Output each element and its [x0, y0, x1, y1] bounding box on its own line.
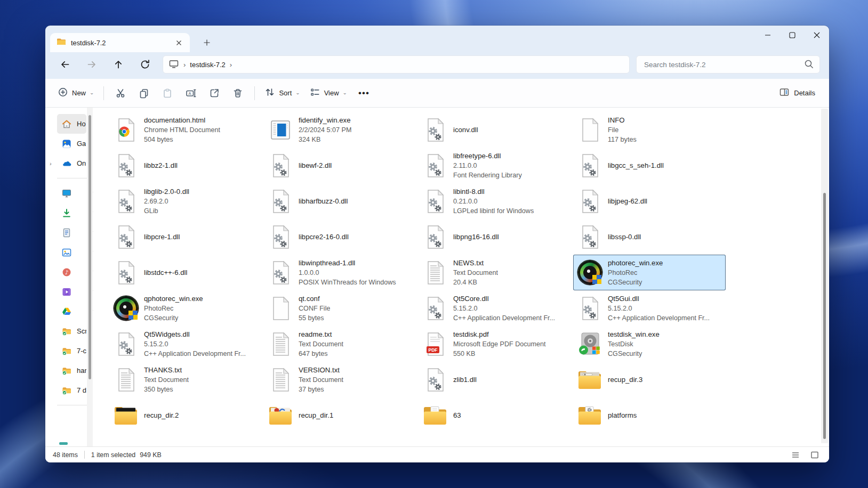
rename-button[interactable]: A	[181, 84, 201, 103]
file-item-libwinpthread-1-dll[interactable]: libwinpthread-1.dll 1.0.0.0 POSIX WinThr…	[264, 255, 416, 290]
file-item-63[interactable]: 63	[419, 397, 571, 433]
file-explorer-window: testdisk-7.2 › testdisk-7.2 ›	[45, 26, 829, 462]
file-item-photorec-win-exe[interactable]: photorec_win.exe PhotoRec CGSecurity	[573, 255, 726, 290]
file-item-testdisk-pdf[interactable]: PDF testdisk.pdf Microsoft Edge PDF Docu…	[419, 326, 571, 362]
sidebar-item-folder-sync[interactable]: Scr	[57, 321, 86, 341]
sidebar-item-music[interactable]: ♪	[57, 262, 86, 282]
pictures-icon	[61, 247, 72, 258]
file-item-recup-dir-3[interactable]: recup_dir.3	[573, 362, 726, 397]
file-item-qt5gui-dll[interactable]: Qt5Gui.dll 5.15.2.0 C++ Application Deve…	[573, 290, 726, 326]
sidebar-item-desktop[interactable]	[57, 183, 86, 203]
sidebar-item-gdrive[interactable]	[57, 302, 86, 321]
share-button[interactable]	[204, 84, 224, 103]
paste-button[interactable]	[157, 84, 178, 103]
file-item-version-txt[interactable]: VERSION.txt Text Document 37 bytes	[264, 362, 416, 397]
file-item-qphotorec-win-exe[interactable]: qphotorec_win.exe PhotoRec CGSecurity	[109, 290, 262, 326]
sidebar-scrollbar-thumb[interactable]	[89, 115, 91, 379]
folder-sync-icon	[61, 365, 72, 376]
file-item-qt5core-dll[interactable]: Qt5Core.dll 5.15.2.0 C++ Application Dev…	[419, 290, 571, 326]
file-item-libjpeg-62-dll[interactable]: libjpeg-62.dll	[573, 183, 726, 219]
search-box[interactable]: Search testdisk-7.2	[636, 55, 820, 74]
forward-button[interactable]	[78, 55, 105, 74]
sidebar-item-documents[interactable]	[57, 223, 86, 242]
sort-button[interactable]: Sort ⌄	[260, 83, 304, 103]
file-item-libewf-2-dll[interactable]: libewf-2.dll	[264, 148, 416, 183]
sidebar-item-gallery[interactable]: Ga	[57, 134, 86, 153]
copy-button[interactable]	[134, 84, 154, 103]
breadcrumb-chevron-icon[interactable]: ›	[183, 61, 186, 69]
file-item-news-txt[interactable]: NEWS.txt Text Document 20.4 KB	[419, 255, 571, 290]
file-item-readme-txt[interactable]: readme.txt Text Document 647 bytes	[264, 326, 416, 362]
file-name: libewf-2.dll	[299, 160, 332, 170]
file-item-libbz2-1-dll[interactable]: libbz2-1.dll	[109, 148, 262, 183]
file-name: THANKS.txt	[144, 365, 189, 375]
sidebar-item-home[interactable]: Ho	[57, 114, 86, 134]
refresh-button[interactable]	[132, 55, 158, 74]
sidebar-item-pictures[interactable]	[57, 242, 86, 262]
new-button[interactable]: New ⌄	[53, 83, 99, 103]
view-button[interactable]: View ⌄	[305, 83, 352, 103]
file-item-libfreetype-6-dll[interactable]: libfreetype-6.dll 2.11.0.0 Font Renderin…	[419, 148, 571, 183]
file-detail-line: 550 KB	[453, 349, 546, 359]
cut-button[interactable]	[110, 84, 131, 103]
file-name: 63	[453, 410, 461, 420]
file-item-platforms[interactable]: platforms	[573, 397, 726, 433]
dll-icon	[112, 188, 139, 215]
file-item-libpcre-1-dll[interactable]: libpcre-1.dll	[109, 219, 262, 255]
file-item-info[interactable]: INFO File 117 bytes	[573, 112, 726, 148]
sidebar-item-label: har	[77, 367, 86, 375]
file-item-qt5widgets-dll[interactable]: Qt5Widgets.dll 5.15.2.0 C++ Application …	[109, 326, 262, 362]
file-item-documentation-html[interactable]: documentation.html Chrome HTML Document …	[109, 112, 262, 148]
file-item-zlib1-dll[interactable]: zlib1.dll	[419, 362, 571, 397]
chevron-right-icon[interactable]: ›	[50, 160, 52, 167]
sidebar-item-folder-sync[interactable]: 7 d	[57, 380, 86, 400]
this-pc-icon[interactable]	[168, 59, 179, 71]
details-pane-button[interactable]: Details	[775, 83, 819, 103]
file-name: NEWS.txt	[453, 258, 498, 268]
thumbnail-view-toggle-icon[interactable]	[808, 449, 822, 461]
back-button[interactable]	[52, 55, 78, 74]
chevron-down-icon: ⌄	[343, 91, 347, 95]
explorer-tab[interactable]: testdisk-7.2	[50, 33, 190, 52]
file-item-libpng16-16-dll[interactable]: libpng16-16.dll	[419, 219, 571, 255]
minimize-button[interactable]	[756, 26, 780, 45]
txt-icon	[267, 367, 294, 393]
tab-close-icon[interactable]	[173, 37, 184, 48]
file-item-libharfbuzz-0-dll[interactable]: libharfbuzz-0.dll	[264, 183, 416, 219]
sidebar-item-folder-sync[interactable]: har	[57, 361, 86, 380]
file-item-libgcc-s-seh-1-dll[interactable]: libgcc_s_seh-1.dll	[573, 148, 726, 183]
gdrive-icon	[61, 306, 72, 317]
more-options-button[interactable]: •••	[352, 88, 376, 99]
breadcrumb[interactable]: testdisk-7.2	[190, 61, 225, 69]
search-placeholder: Search testdisk-7.2	[644, 61, 803, 69]
main-scrollbar[interactable]	[821, 109, 828, 443]
sidebar-item-videos[interactable]	[57, 282, 86, 302]
file-item-recup-dir-1[interactable]: recup_dir.1	[264, 397, 416, 433]
main-scrollbar-thumb[interactable]	[823, 193, 826, 439]
maximize-button[interactable]	[780, 26, 805, 45]
up-button[interactable]	[105, 55, 132, 74]
sidebar-item-downloads[interactable]	[57, 203, 86, 223]
dll-icon	[112, 331, 139, 357]
file-item-qt-conf[interactable]: qt.conf CONF File 55 bytes	[264, 290, 416, 326]
delete-button[interactable]	[228, 84, 248, 103]
details-view-toggle-icon[interactable]	[789, 449, 802, 461]
file-item-testdisk-win-exe[interactable]: testdisk_win.exe TestDisk CGSecurity	[573, 326, 726, 362]
file-item-libstdc-6-dll[interactable]: libstdc++-6.dll	[109, 255, 262, 290]
address-bar[interactable]: › testdisk-7.2 ›	[163, 55, 630, 74]
file-item-iconv-dll[interactable]: iconv.dll	[419, 112, 571, 148]
file-item-fidentify-win-exe[interactable]: fidentify_win.exe 2/2/2024 5:07 PM 324 K…	[264, 112, 416, 148]
file-item-recup-dir-2[interactable]: recup_dir.2	[109, 397, 262, 433]
file-item-libssp-0-dll[interactable]: libssp-0.dll	[573, 219, 726, 255]
file-item-libintl-8-dll[interactable]: libintl-8.dll 0.21.0.0 LGPLed libintl fo…	[419, 183, 571, 219]
sidebar-item-onedrive[interactable]: ›On	[57, 153, 86, 173]
breadcrumb-chevron-icon[interactable]: ›	[230, 61, 232, 69]
close-button[interactable]	[805, 26, 829, 45]
file-item-libpcre2-16-0-dll[interactable]: libpcre2-16-0.dll	[264, 219, 416, 255]
sidebar-scrollbar[interactable]	[87, 108, 93, 446]
new-tab-button[interactable]	[199, 35, 215, 50]
search-icon[interactable]	[803, 59, 814, 71]
sidebar-item-folder-sync[interactable]: 7-c	[57, 341, 86, 361]
file-item-thanks-txt[interactable]: THANKS.txt Text Document 350 bytes	[109, 362, 262, 397]
file-item-libglib-2-0-0-dll[interactable]: libglib-2.0-0.dll 2.69.2.0 GLib	[109, 183, 262, 219]
